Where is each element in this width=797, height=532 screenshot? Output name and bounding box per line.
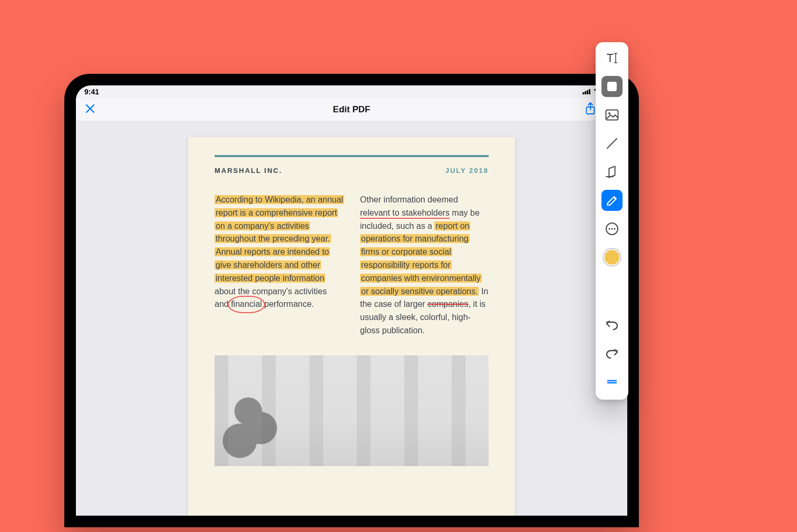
app-screen: 9:41 Edit PDF: [76, 85, 627, 516]
column-right: Other information deemed relevant to sta…: [360, 194, 489, 337]
page-title: Edit PDF: [333, 104, 371, 115]
highlighted-text: report on operations for manufacturing f…: [360, 221, 482, 296]
strikethrough-text: companies: [427, 299, 468, 308]
svg-point-12: [611, 228, 613, 229]
body-text: performance.: [262, 299, 314, 308]
palette-handle[interactable]: [601, 371, 623, 392]
redo-button[interactable]: [601, 343, 623, 364]
svg-point-11: [608, 228, 610, 229]
close-button[interactable]: [85, 103, 95, 117]
share-button[interactable]: [585, 102, 596, 117]
image-tool[interactable]: [601, 104, 623, 125]
eraser-tool[interactable]: [601, 161, 623, 182]
more-tool[interactable]: [601, 218, 623, 239]
status-bar: 9:41: [76, 85, 627, 98]
pdf-page[interactable]: MARSHALL INC. JULY 2018 According to Wik…: [188, 137, 515, 516]
svg-point-13: [614, 228, 615, 229]
cellular-icon: [582, 89, 590, 94]
status-time: 9:41: [84, 88, 99, 96]
color-swatch-icon: [605, 250, 619, 265]
undo-button[interactable]: [601, 314, 623, 335]
svg-rect-8: [606, 110, 618, 120]
text-tool[interactable]: [601, 47, 623, 69]
highlighted-text: According to Wikipedia, an annual report…: [215, 195, 344, 283]
line-tool[interactable]: [601, 133, 623, 154]
nav-bar: Edit PDF: [76, 98, 627, 121]
column-left: According to Wikipedia, an annual report…: [215, 194, 343, 337]
company-name: MARSHALL INC.: [215, 167, 282, 175]
svg-point-9: [608, 112, 610, 114]
underlined-text: relevant to stakeholders: [360, 208, 450, 219]
highlighter-tool[interactable]: [601, 190, 623, 211]
svg-rect-7: [607, 82, 617, 91]
document-viewport[interactable]: MARSHALL INC. JULY 2018 According to Wik…: [76, 121, 627, 516]
document-date: JULY 2018: [445, 167, 489, 175]
ipad-bezel: 9:41 Edit PDF: [70, 79, 634, 522]
textbox-tool[interactable]: [601, 76, 623, 97]
circled-word: financial: [231, 298, 262, 311]
ipad-frame: 9:41 Edit PDF: [64, 74, 639, 527]
document-image: [215, 355, 489, 466]
color-picker[interactable]: [601, 247, 623, 268]
body-text: Other information deemed: [360, 195, 458, 204]
tools-palette[interactable]: [596, 42, 628, 400]
header-rule: [215, 155, 489, 157]
